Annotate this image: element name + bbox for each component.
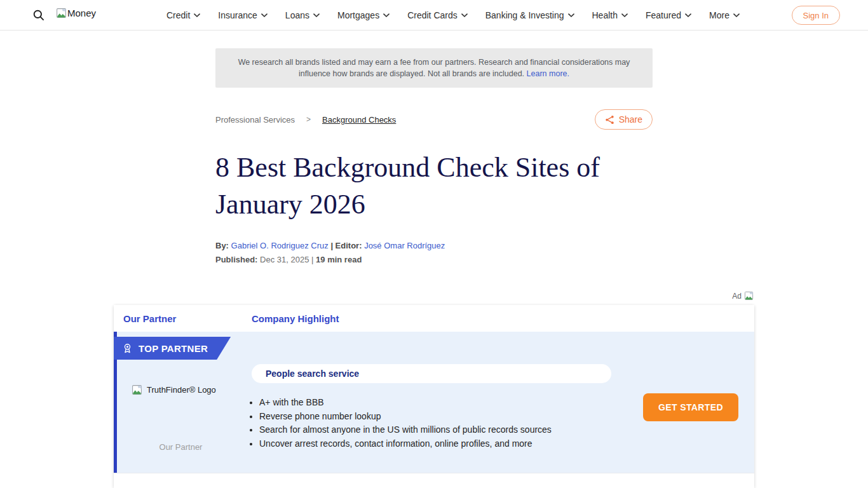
highlight-bullet-list: A+ with the BBB Reverse phone number loo… [248, 396, 630, 451]
learn-more-link[interactable]: Learn more. [527, 69, 569, 78]
nav-item-mortgages[interactable]: Mortgages [337, 10, 390, 20]
money-logo[interactable]: Money [56, 8, 96, 18]
main-nav: Credit Insurance Loans Mortgages Credit … [166, 0, 740, 30]
read-time: 19 min read [316, 255, 362, 264]
advertiser-disclosure: We research all brands listed and may ea… [215, 48, 653, 88]
editor-link[interactable]: José Omar Rodríguez [364, 241, 445, 250]
table-header-row: Our Partner Company Highlight [114, 305, 754, 332]
nav-item-more[interactable]: More [709, 10, 740, 20]
top-partner-badge: TOP PARTNER [114, 337, 231, 360]
article-column: We research all brands listed and may ea… [215, 30, 653, 267]
partner-logo[interactable]: TruthFinder® Logo [132, 384, 216, 395]
nav-label: Insurance [218, 10, 257, 20]
nav-label: More [709, 10, 729, 20]
search-icon[interactable] [32, 9, 45, 22]
chevron-down-icon [461, 13, 468, 18]
published-date: Dec 31, 2025 [260, 255, 309, 264]
get-started-button[interactable]: GET STARTED [643, 393, 738, 421]
highlight-bullet: Search for almost anyone in the US with … [259, 423, 630, 437]
nav-label: Featured [646, 10, 681, 20]
page: Money Credit Insurance Loans Mortgages C… [0, 0, 868, 488]
published-line: Published: Dec 31, 2025 | 19 min read [215, 253, 653, 267]
chevron-down-icon [685, 13, 691, 18]
ad-label-row: Ad [114, 291, 754, 301]
top-nav-bar: Money Credit Insurance Loans Mortgages C… [0, 0, 868, 30]
ad-unit: Ad Our Partner Company Highlight TOP PAR… [114, 291, 754, 488]
nav-item-credit[interactable]: Credit [166, 10, 200, 20]
next-partner-row-partial [114, 473, 754, 488]
broken-image-icon [132, 384, 142, 395]
medal-icon [123, 342, 132, 354]
top-partner-badge-label: TOP PARTNER [139, 343, 208, 354]
editor-label: | Editor: [330, 241, 362, 250]
nav-item-health[interactable]: Health [592, 10, 628, 20]
broken-image-icon [744, 291, 754, 301]
author-link[interactable]: Gabriel O. Rodriguez Cruz [231, 241, 329, 250]
by-label: By: [215, 241, 229, 250]
our-partner-caption: Our Partner [114, 442, 248, 452]
broken-image-icon [56, 8, 67, 18]
sign-in-button[interactable]: Sign In [792, 6, 840, 25]
breadcrumb-parent[interactable]: Professional Services [215, 115, 295, 125]
page-title: 8 Best Background Check Sites of January… [215, 149, 653, 223]
nav-label: Credit [166, 10, 190, 20]
pipe-separator: | [311, 255, 313, 264]
chevron-down-icon [621, 13, 628, 18]
partner-comparison-table: Our Partner Company Highlight TOP PARTNE… [114, 305, 754, 488]
highlight-bullet: Uncover arrest records, contact informat… [259, 437, 630, 451]
column-header-our-partner: Our Partner [114, 313, 252, 324]
share-label: Share [619, 114, 642, 125]
partner-logo-alt-text: TruthFinder® Logo [147, 385, 216, 395]
nav-item-loans[interactable]: Loans [285, 10, 320, 20]
breadcrumb-current[interactable]: Background Checks [322, 115, 396, 125]
nav-item-banking-investing[interactable]: Banking & Investing [485, 10, 574, 20]
nav-label: Loans [285, 10, 309, 20]
nav-label: Health [592, 10, 618, 20]
chevron-down-icon [383, 13, 390, 18]
logo-alt-text: Money [67, 8, 96, 18]
disclosure-text: We research all brands listed and may ea… [238, 58, 630, 78]
breadcrumb: Professional Services > Background Check… [215, 109, 653, 130]
nav-label: Credit Cards [407, 10, 458, 20]
nav-item-featured[interactable]: Featured [646, 10, 691, 20]
chevron-down-icon [194, 13, 200, 18]
ad-label: Ad [732, 292, 742, 301]
top-partner-row: TOP PARTNER TruthFinder® Logo Our Partne… [114, 332, 754, 473]
byline: By: Gabriel O. Rodriguez Cruz | Editor: … [215, 239, 653, 253]
chevron-down-icon [733, 13, 740, 18]
highlight-bullet: Reverse phone number lookup [259, 410, 630, 424]
published-label: Published: [215, 255, 257, 264]
nav-item-insurance[interactable]: Insurance [218, 10, 267, 20]
chevron-down-icon [313, 13, 320, 18]
nav-label: Banking & Investing [485, 10, 564, 20]
chevron-down-icon [261, 13, 268, 18]
breadcrumb-separator: > [306, 115, 311, 124]
share-button[interactable]: Share [595, 109, 653, 130]
highlight-bullet: A+ with the BBB [259, 396, 630, 410]
service-category-pill: People search service [252, 364, 611, 383]
chevron-down-icon [568, 13, 574, 18]
nav-label: Mortgages [337, 10, 379, 20]
nav-item-credit-cards[interactable]: Credit Cards [407, 10, 468, 20]
share-icon [605, 115, 614, 125]
column-header-company-highlight: Company Highlight [252, 313, 339, 324]
